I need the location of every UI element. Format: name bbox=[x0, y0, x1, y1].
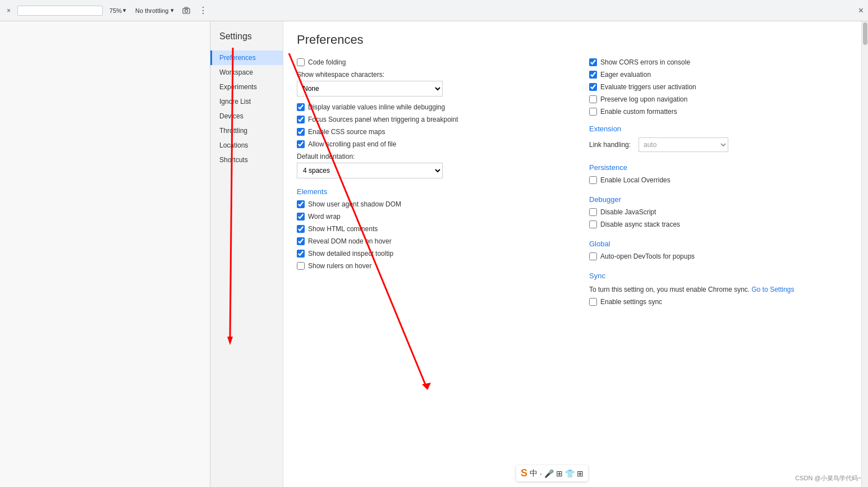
capture-icon[interactable] bbox=[181, 5, 192, 16]
enable-sync-row: Enable settings sync bbox=[589, 298, 848, 306]
throttle-label: No throttling bbox=[135, 7, 168, 14]
auto-open-label[interactable]: Auto-open DevTools for popups bbox=[600, 252, 695, 260]
auto-open-row: Auto-open DevTools for popups bbox=[589, 252, 848, 260]
preserve-log-checkbox[interactable] bbox=[589, 95, 597, 103]
sidebar-item-workspace[interactable]: Workspace bbox=[210, 65, 283, 80]
shadow-dom-label[interactable]: Show user agent shadow DOM bbox=[308, 200, 401, 208]
eager-eval-label[interactable]: Eager evaluation bbox=[600, 71, 651, 79]
detailed-inspect-row: Show detailed inspect tooltip bbox=[297, 250, 555, 258]
viewport-area bbox=[0, 21, 210, 487]
ime-icon-zh[interactable]: 中 bbox=[530, 468, 538, 479]
zoom-value: 75% bbox=[109, 7, 122, 14]
local-overrides-label[interactable]: Enable Local Overrides bbox=[600, 176, 670, 184]
enable-css-label[interactable]: Enable CSS source maps bbox=[308, 128, 385, 136]
ime-icon-dot[interactable]: · bbox=[540, 469, 542, 478]
show-whitespace-select[interactable]: None All Trailing bbox=[297, 81, 443, 97]
sync-goto-settings-link[interactable]: Go to Settings bbox=[752, 286, 794, 293]
shadow-dom-checkbox[interactable] bbox=[297, 200, 305, 208]
close-panel-button[interactable]: × bbox=[858, 6, 864, 16]
ime-icon-shirt[interactable]: 👕 bbox=[565, 469, 575, 478]
eager-eval-checkbox[interactable] bbox=[589, 71, 597, 79]
disable-js-checkbox[interactable] bbox=[589, 208, 597, 216]
page-title: Preferences bbox=[297, 33, 848, 47]
default-indent-row: Default indentation: 2 spaces 4 spaces 8… bbox=[297, 153, 555, 178]
custom-formatters-checkbox[interactable] bbox=[589, 108, 597, 116]
enable-css-checkbox[interactable] bbox=[297, 128, 305, 136]
enable-sync-label[interactable]: Enable settings sync bbox=[600, 298, 662, 306]
sidebar-item-ignore-list[interactable]: Ignore List bbox=[210, 94, 283, 109]
close-devtools-button[interactable]: × bbox=[4, 6, 13, 16]
word-wrap-checkbox[interactable] bbox=[297, 213, 305, 220]
evaluate-triggers-checkbox[interactable] bbox=[589, 83, 597, 91]
code-folding-checkbox[interactable] bbox=[297, 58, 305, 66]
settings-panel: Preferences Code folding Show whitespace… bbox=[283, 21, 861, 487]
focus-sources-checkbox[interactable] bbox=[297, 116, 305, 123]
html-comments-row: Show HTML comments bbox=[297, 225, 555, 233]
reveal-dom-label[interactable]: Reveal DOM node on hover bbox=[308, 237, 392, 245]
link-handling-select[interactable]: auto Open in browser bbox=[639, 137, 728, 152]
left-column: Code folding Show whitespace characters:… bbox=[297, 58, 555, 317]
disable-async-label[interactable]: Disable async stack traces bbox=[600, 220, 680, 228]
local-overrides-checkbox[interactable] bbox=[589, 176, 597, 184]
word-wrap-label[interactable]: Word wrap bbox=[308, 213, 341, 220]
reveal-dom-checkbox[interactable] bbox=[297, 237, 305, 245]
sidebar-item-devices[interactable]: Devices bbox=[210, 109, 283, 123]
auto-open-checkbox[interactable] bbox=[589, 252, 597, 260]
display-variable-checkbox[interactable] bbox=[297, 103, 305, 111]
scrollbar[interactable] bbox=[861, 21, 868, 487]
settings-container: Settings Preferences Workspace Experimen… bbox=[210, 21, 868, 487]
focus-sources-row: Focus Sources panel when triggering a br… bbox=[297, 116, 555, 123]
show-rulers-checkbox[interactable] bbox=[297, 262, 305, 270]
custom-formatters-label[interactable]: Enable custom formatters bbox=[600, 108, 677, 116]
ime-icon-apps[interactable]: ⊞ bbox=[577, 469, 584, 478]
default-indent-select[interactable]: 2 spaces 4 spaces 8 spaces Tab character bbox=[297, 163, 443, 178]
sidebar-item-shortcuts[interactable]: Shortcuts bbox=[210, 153, 283, 167]
extension-heading: Extension bbox=[589, 125, 848, 133]
evaluate-triggers-label[interactable]: Evaluate triggers user activation bbox=[600, 83, 696, 91]
sidebar-item-locations[interactable]: Locations bbox=[210, 138, 283, 153]
allow-scrolling-label[interactable]: Allow scrolling past end of file bbox=[308, 140, 396, 148]
sidebar-item-experiments[interactable]: Experiments bbox=[210, 80, 283, 94]
show-cors-checkbox[interactable] bbox=[589, 58, 597, 66]
sidebar-item-throttling[interactable]: Throttling bbox=[210, 123, 283, 138]
allow-scrolling-row: Allow scrolling past end of file bbox=[297, 140, 555, 148]
ime-icon-mic[interactable]: 🎤 bbox=[544, 469, 554, 478]
global-heading: Global bbox=[589, 240, 848, 248]
show-rulers-label[interactable]: Show rulers on hover bbox=[308, 262, 371, 270]
persistence-heading: Persistence bbox=[589, 163, 848, 172]
code-folding-label[interactable]: Code folding bbox=[308, 58, 346, 66]
settings-columns: Code folding Show whitespace characters:… bbox=[297, 58, 848, 317]
ime-icon-grid[interactable]: ⊞ bbox=[556, 469, 563, 478]
show-cors-label[interactable]: Show CORS errors in console bbox=[600, 58, 690, 66]
throttle-control[interactable]: No throttling ▾ bbox=[133, 6, 176, 15]
ime-icon-s[interactable]: S bbox=[521, 467, 527, 479]
dimension-input[interactable]: 844 bbox=[17, 6, 103, 16]
debugger-heading: Debugger bbox=[589, 195, 848, 204]
disable-async-checkbox[interactable] bbox=[589, 220, 597, 228]
detailed-inspect-checkbox[interactable] bbox=[297, 250, 305, 258]
disable-async-row: Disable async stack traces bbox=[589, 220, 848, 228]
display-variable-label[interactable]: Display variable values inline while deb… bbox=[308, 103, 445, 111]
eager-eval-row: Eager evaluation bbox=[589, 71, 848, 79]
elements-heading: Elements bbox=[297, 187, 555, 196]
link-handling-label: Link handling: bbox=[589, 141, 634, 149]
zoom-control[interactable]: 75% ▾ bbox=[107, 6, 128, 15]
sidebar-item-preferences[interactable]: Preferences bbox=[210, 50, 283, 65]
allow-scrolling-checkbox[interactable] bbox=[297, 140, 305, 148]
preserve-log-label[interactable]: Preserve log upon navigation bbox=[600, 95, 687, 103]
show-rulers-row: Show rulers on hover bbox=[297, 262, 555, 270]
link-handling-row: Link handling: auto Open in browser bbox=[589, 137, 848, 152]
html-comments-checkbox[interactable] bbox=[297, 225, 305, 233]
more-options-button[interactable]: ⋮ bbox=[196, 4, 210, 17]
ime-toolbar: S 中 · 🎤 ⊞ 👕 ⊞ bbox=[516, 465, 588, 481]
enable-sync-checkbox[interactable] bbox=[589, 298, 597, 306]
html-comments-label[interactable]: Show HTML comments bbox=[308, 225, 378, 233]
default-indent-label: Default indentation: bbox=[297, 153, 555, 160]
debugger-section: Debugger Disable JavaScript Disable asyn… bbox=[589, 195, 848, 228]
detailed-inspect-label[interactable]: Show detailed inspect tooltip bbox=[308, 250, 393, 258]
focus-sources-label[interactable]: Focus Sources panel when triggering a br… bbox=[308, 116, 458, 123]
zoom-arrow-icon: ▾ bbox=[123, 7, 126, 14]
word-wrap-row: Word wrap bbox=[297, 213, 555, 220]
disable-js-label[interactable]: Disable JavaScript bbox=[600, 208, 656, 216]
right-column: Show CORS errors in console Eager evalua… bbox=[589, 58, 848, 317]
